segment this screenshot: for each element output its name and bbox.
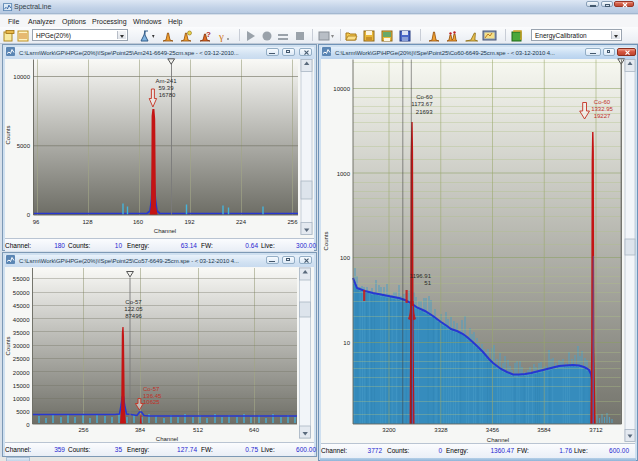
svg-text:1173.67: 1173.67 [411,101,433,107]
svg-text:87496: 87496 [125,313,142,319]
svg-text:Channel: Channel [154,228,176,234]
svg-text:128: 128 [82,219,93,225]
svg-text:40000: 40000 [13,317,30,323]
svg-text:51: 51 [424,280,431,286]
svg-text:10: 10 [343,340,350,346]
svg-text:19227: 19227 [594,113,611,119]
svg-text:Co-57: Co-57 [143,386,160,392]
svg-text:192: 192 [184,219,195,225]
svg-text:10000: 10000 [13,74,30,80]
svg-text:256: 256 [78,427,89,433]
svg-text:10000: 10000 [333,86,350,92]
svg-text:Counts: Counts [5,336,11,355]
svg-text:3328: 3328 [434,427,448,433]
svg-text:0: 0 [26,422,30,428]
svg-text:15000: 15000 [13,383,30,389]
svg-text:1000: 1000 [337,171,351,177]
svg-text:1332.95: 1332.95 [591,106,613,112]
svg-text:10625: 10625 [143,399,160,405]
svg-text:Channel: Channel [156,436,178,442]
svg-text:35000: 35000 [13,330,30,336]
svg-text:Am-241: Am-241 [155,78,177,84]
svg-text:512: 512 [193,427,204,433]
svg-text:55000: 55000 [13,276,30,282]
svg-text:3456: 3456 [486,427,500,433]
svg-text:30000: 30000 [13,343,30,349]
svg-text:96: 96 [33,219,40,225]
svg-text:5000: 5000 [16,409,30,415]
svg-text:5000: 5000 [17,143,31,149]
svg-text:100: 100 [340,255,351,261]
svg-text:640: 640 [249,427,260,433]
svg-text:Co-60: Co-60 [416,94,433,100]
svg-text:224: 224 [236,219,247,225]
svg-text:γ: γ [218,30,224,42]
svg-text:25000: 25000 [13,356,30,362]
svg-text:16780: 16780 [159,92,176,98]
svg-text:59.39: 59.39 [158,85,174,91]
svg-text:256: 256 [287,219,298,225]
svg-text:20000: 20000 [13,370,30,376]
svg-text:Co-57: Co-57 [125,299,142,305]
svg-text:?: ? [206,30,211,39]
svg-text:136.45: 136.45 [143,393,162,399]
svg-text:10000: 10000 [13,396,30,402]
svg-text:Co-60: Co-60 [594,99,611,105]
svg-text:50000: 50000 [13,290,30,296]
svg-text:122.05: 122.05 [124,306,143,312]
svg-text:3584: 3584 [537,427,551,433]
svg-text:Channel: Channel [487,437,509,443]
svg-text:3712: 3712 [589,427,603,433]
svg-text:0: 0 [27,212,31,218]
svg-text:21693: 21693 [416,109,433,115]
svg-text:3200: 3200 [382,427,396,433]
svg-text:1196.91: 1196.91 [410,273,432,279]
svg-text:Counts: Counts [5,125,11,144]
svg-text:45000: 45000 [13,303,30,309]
svg-text:160: 160 [133,219,144,225]
svg-text:384: 384 [135,427,146,433]
svg-text:Counts: Counts [323,231,329,250]
